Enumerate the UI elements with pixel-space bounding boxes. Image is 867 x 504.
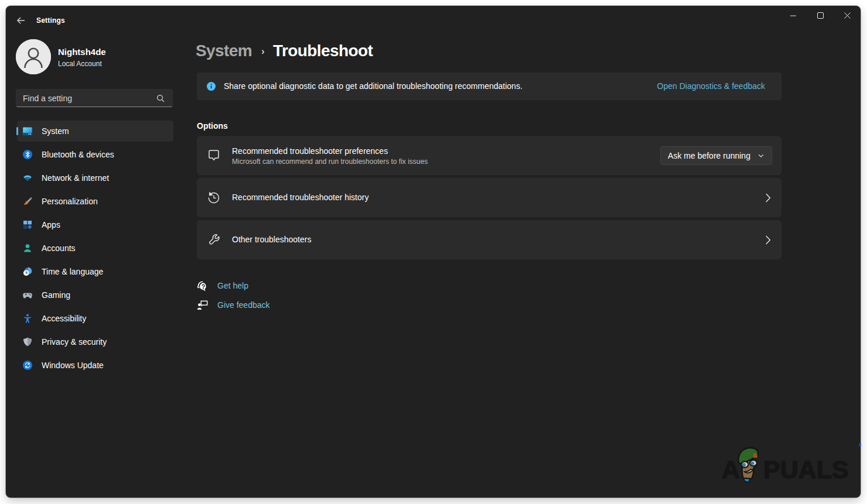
svg-text:A: A <box>722 455 740 484</box>
svg-text:PUALS: PUALS <box>763 455 848 484</box>
